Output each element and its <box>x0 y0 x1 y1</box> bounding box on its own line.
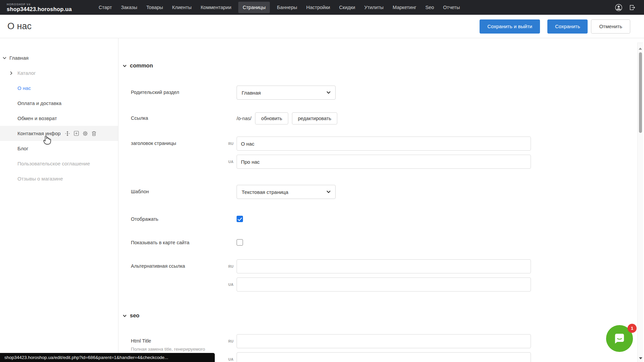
vertical-scrollbar[interactable] <box>637 43 643 362</box>
html-title-label: Html Title <box>131 338 225 344</box>
settings-gear-icon[interactable] <box>83 131 88 136</box>
brand-logo[interactable]: HOROSHOP V4 shop34423.horoshop.ua <box>0 3 85 12</box>
tree-item-label: Пользовательское соглашение <box>17 161 90 166</box>
parent-section-select[interactable]: Главная <box>237 86 336 100</box>
page-edit-form: common Родительский раздел Главная Ссылк… <box>119 38 637 362</box>
nav-item-reports[interactable]: Отчеты <box>443 5 460 10</box>
update-link-button[interactable]: обновить <box>255 112 288 124</box>
tree-item-label: Оплата и доставка <box>17 100 61 106</box>
section-seo-header[interactable]: seo <box>123 312 637 319</box>
sitemap-label: Показывать в карте сайта <box>131 239 237 246</box>
lang-ru-badge: RU <box>225 339 237 343</box>
alt-link-ru-input[interactable] <box>237 259 531 273</box>
chat-widget-button[interactable]: 1 <box>606 325 633 352</box>
edit-link-button[interactable]: редактировать <box>292 112 337 124</box>
top-navigation: HOROSHOP V4 shop34423.horoshop.ua Старт … <box>0 0 644 15</box>
tree-item-contact-info[interactable]: Контактная инфор <box>0 126 118 141</box>
template-select[interactable]: Текстовая страница <box>237 185 336 199</box>
html-title-ru-input[interactable] <box>237 334 531 348</box>
lang-ua-badge: UA <box>225 282 237 287</box>
chevron-down-icon <box>123 65 127 67</box>
nav-item-utilities[interactable]: Утилиты <box>364 5 384 10</box>
section-seo-title: seo <box>130 312 139 319</box>
html-title-hint: Полная замена title, генерируемого <box>131 346 225 352</box>
chevron-down-icon <box>123 315 127 317</box>
template-row: Шаблон Текстовая страница <box>131 185 637 199</box>
chevron-right-icon[interactable] <box>10 71 12 75</box>
display-label: Отображать <box>131 216 237 222</box>
tree-item-catalog[interactable]: Каталог <box>0 65 118 81</box>
parent-section-row: Родительский раздел Главная <box>131 86 637 100</box>
tree-item-store-reviews[interactable]: Отзывы о магазине <box>0 171 118 186</box>
parent-section-label: Родительский раздел <box>131 86 237 96</box>
sitemap-checkbox[interactable] <box>237 239 243 246</box>
nav-item-comments[interactable]: Комментарии <box>201 5 231 10</box>
alt-link-ua-input[interactable] <box>237 277 531 292</box>
lang-ru-badge: RU <box>225 264 237 268</box>
display-row: Отображать <box>131 216 637 222</box>
chat-bubble-icon <box>612 332 627 345</box>
add-subpage-icon[interactable] <box>74 131 79 136</box>
lang-ua-badge: UA <box>225 357 237 361</box>
nav-item-marketing[interactable]: Маркетинг <box>393 5 416 10</box>
display-checkbox[interactable] <box>237 216 243 222</box>
html-title-ua-input[interactable] <box>237 352 531 362</box>
page-title-ua-input[interactable] <box>237 155 531 169</box>
page-title: О нас <box>7 21 32 32</box>
section-common-header[interactable]: common <box>123 62 637 69</box>
alt-link-label: Альтернативная ссылка <box>131 259 225 269</box>
sitemap-row: Показывать в карте сайта <box>131 239 637 246</box>
chevron-down-icon[interactable] <box>3 57 6 59</box>
template-value: Текстовая страница <box>242 189 288 195</box>
chevron-down-icon <box>327 191 331 193</box>
delete-trash-icon[interactable] <box>92 131 96 136</box>
tree-item-payment-delivery[interactable]: Оплата и доставка <box>0 96 118 111</box>
nav-right-icons <box>615 4 644 11</box>
nav-item-discounts[interactable]: Скидки <box>339 5 355 10</box>
nav-item-banners[interactable]: Баннеры <box>277 5 297 10</box>
chevron-down-icon <box>327 91 331 94</box>
tree-item-home[interactable]: Главная <box>0 50 118 65</box>
tree-item-exchange-return[interactable]: Обмен и возврат <box>0 111 118 126</box>
scrollbar-thumb[interactable] <box>639 52 642 133</box>
chat-unread-badge: 1 <box>628 324 637 333</box>
section-common-title: common <box>130 62 153 69</box>
nav-item-settings[interactable]: Настройки <box>306 5 330 10</box>
lang-ua-badge: UA <box>225 160 237 164</box>
brand-version: HOROSHOP V4 <box>7 3 85 6</box>
tree-item-label: Обмен и возврат <box>17 115 57 121</box>
tree-item-label: Главная <box>9 55 29 61</box>
tree-item-blog[interactable]: Блог <box>0 141 118 156</box>
top-menu: Старт Заказы Товары Клиенты Комментарии … <box>99 2 460 13</box>
header-actions: Сохранить и выйти Сохранить Отменить <box>480 19 644 34</box>
nav-item-products[interactable]: Товары <box>146 5 163 10</box>
drag-handle-icon[interactable] <box>65 131 70 136</box>
save-and-exit-button[interactable]: Сохранить и выйти <box>480 19 540 34</box>
lang-ru-badge: RU <box>225 142 237 146</box>
nav-item-start[interactable]: Старт <box>99 5 112 10</box>
tree-item-user-agreement[interactable]: Пользовательское соглашение <box>0 156 118 171</box>
nav-item-seo[interactable]: Seo <box>426 5 434 10</box>
tree-item-label: Блог <box>17 146 28 151</box>
html-title-label-block: Html Title Полная замена title, генериру… <box>131 334 225 352</box>
nav-item-pages[interactable]: Страницы <box>238 2 270 13</box>
save-button[interactable]: Сохранить <box>547 19 588 34</box>
nav-item-clients[interactable]: Клиенты <box>172 5 192 10</box>
logout-icon[interactable] <box>629 4 636 11</box>
nav-item-orders[interactable]: Заказы <box>121 5 137 10</box>
pages-tree: Главная Каталог О нас Оплата и доставка … <box>0 50 118 186</box>
tree-item-label: Контактная инфор <box>17 131 61 136</box>
pages-tree-sidebar: Главная Каталог О нас Оплата и доставка … <box>0 38 118 362</box>
scroll-down-arrow-icon[interactable] <box>639 357 642 359</box>
page-title-row: заголовок страницы RU UA <box>131 137 637 169</box>
alt-link-row: Альтернативная ссылка RU UA <box>131 259 637 292</box>
tree-item-about[interactable]: О нас <box>0 81 118 96</box>
brand-domain: shop34423.horoshop.ua <box>7 6 85 12</box>
cancel-button[interactable]: Отменить <box>591 19 630 34</box>
scroll-up-arrow-icon[interactable] <box>639 48 642 50</box>
page-title-ru-input[interactable] <box>237 137 531 151</box>
account-icon[interactable] <box>615 4 623 11</box>
link-label: Ссылка <box>131 112 237 121</box>
parent-section-value: Главная <box>242 90 261 96</box>
page-title-label: заголовок страницы <box>131 137 225 147</box>
